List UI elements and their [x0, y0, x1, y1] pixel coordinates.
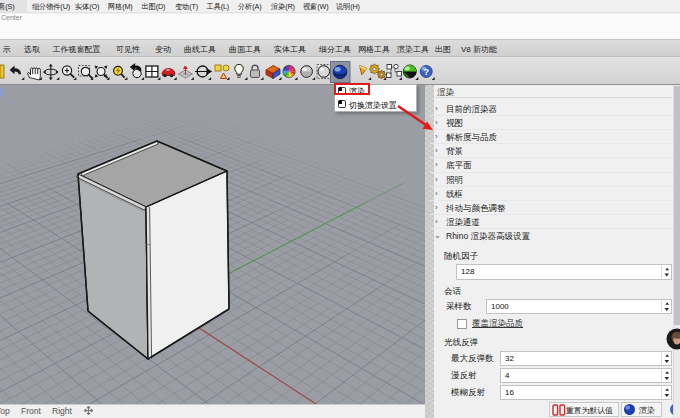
svg-text:?: ?: [423, 67, 429, 77]
